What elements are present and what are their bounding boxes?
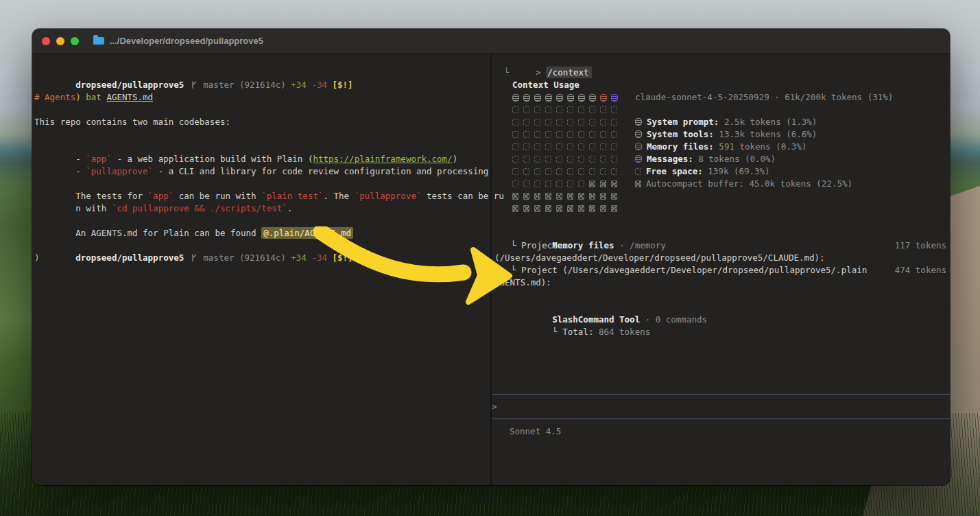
token-cell-f — [611, 156, 617, 163]
folder-icon — [93, 37, 104, 45]
command-name: bat — [86, 92, 106, 102]
token-cell-u — [523, 94, 530, 102]
token-cell-f — [512, 143, 518, 150]
token-cell-x — [611, 193, 617, 200]
token-cell-x — [512, 193, 518, 200]
memory-file-path-cont: AGENTS.md): — [494, 277, 946, 289]
grid-cells-row-5 — [512, 156, 623, 163]
git-flags: [$!] — [332, 253, 352, 263]
token-cell-x — [556, 205, 562, 212]
token-cell-x — [523, 205, 529, 212]
context-grid-row: Messages: 8 tokens (0.0%) — [494, 153, 946, 165]
agents-note: An AGENTS.md for Plain can be found @.pl… — [34, 215, 490, 227]
token-cell-x — [567, 205, 573, 212]
token-cell-f — [534, 106, 540, 113]
token-cell-x — [611, 180, 617, 187]
token-cell-f — [600, 168, 606, 175]
token-cell-f — [567, 156, 573, 163]
token-cell-x — [589, 180, 595, 187]
token-cell-f — [545, 180, 551, 187]
intro-text: This repo contains two main codebases: — [34, 116, 490, 128]
grid-cells-row-9 — [512, 205, 623, 212]
token-cell-f — [567, 106, 573, 113]
token-cell-f — [589, 119, 595, 126]
token-cell-f — [567, 131, 573, 138]
legend-free-space: Free space: 139k (69.3%) — [635, 165, 770, 178]
inline-code: `pullapprove` — [355, 191, 422, 201]
token-count: 474 tokens — [895, 264, 946, 277]
token-cell-u — [589, 94, 596, 102]
token-cell-x — [600, 193, 606, 200]
token-cell-f — [556, 180, 562, 187]
token-cell-u — [567, 94, 574, 102]
token-cell-f — [534, 156, 540, 163]
token-cell-f — [589, 106, 595, 113]
token-cell-f — [523, 143, 529, 150]
token-cell-x — [512, 205, 518, 212]
terminal-pane-left[interactable]: dropseed/pullapprove5 master (921614c) +… — [32, 54, 490, 485]
token-cell-m — [600, 94, 607, 102]
token-cell-f — [600, 106, 606, 113]
token-cell-f — [523, 180, 529, 187]
chat-input[interactable]: > — [492, 395, 950, 419]
shell-prompt-line: dropseed/pullapprove5 master (921614c) +… — [34, 67, 490, 79]
free-space-block-icon — [635, 168, 641, 175]
token-cell-f — [534, 119, 540, 126]
grid-cells-row-0 — [512, 94, 623, 102]
grid-cells-row-7 — [512, 180, 623, 187]
plain-framework-link[interactable]: https://plainframework.com/ — [313, 154, 452, 164]
token-cell-f — [556, 131, 562, 138]
grid-cells-row-8 — [512, 193, 623, 200]
terminal-pane-right[interactable]: > /context └ Context Usage claude-sonnet… — [490, 54, 950, 485]
minimize-button[interactable] — [56, 37, 64, 45]
context-grid-row — [494, 202, 946, 215]
token-cell-x — [578, 205, 584, 212]
token-cell-f — [578, 143, 584, 150]
zoom-button[interactable] — [71, 37, 79, 45]
token-cell-x — [589, 205, 595, 212]
token-cell-x — [600, 180, 606, 187]
token-cell-x — [556, 193, 562, 200]
input-area: > Sonnet 4.5 — [492, 394, 950, 438]
token-cell-x — [534, 205, 540, 212]
token-cell-u — [578, 94, 585, 102]
grid-cells-row-1 — [512, 106, 623, 113]
memory-files-block-icon — [635, 143, 642, 150]
token-cell-f — [578, 119, 584, 126]
context-command-line: > /context — [494, 54, 946, 67]
context-grid-row — [494, 190, 946, 202]
token-cell-f — [567, 143, 573, 150]
token-cell-f — [600, 156, 606, 163]
memory-file-path: (/Users/davegaeddert/Developer/dropseed/… — [494, 252, 946, 264]
token-cell-f — [512, 106, 518, 113]
git-flags: [$!] — [332, 80, 352, 90]
token-cell-x — [567, 193, 573, 200]
token-cell-f — [600, 143, 606, 150]
token-cell-f — [578, 131, 584, 138]
token-cell-f — [556, 168, 562, 175]
command-arg: AGENTS.md — [106, 92, 153, 102]
token-cell-p — [611, 94, 618, 102]
context-grid-row: claude-sonnet-4-5-20250929 · 61k/200k to… — [494, 91, 946, 104]
prompt-repo: dropseed/pullapprove5 — [75, 80, 184, 90]
grid-cells-row-6 — [512, 168, 623, 175]
context-grid-row: Memory files: 591 tokens (0.3%) — [494, 141, 946, 153]
token-cell-u — [534, 94, 541, 102]
token-cell-f — [523, 156, 529, 163]
token-cell-f — [556, 119, 562, 126]
token-cell-u — [545, 94, 552, 102]
close-button[interactable] — [42, 37, 50, 45]
token-cell-x — [600, 205, 606, 212]
inline-code: `pullapprove` — [86, 166, 153, 176]
messages-block-icon — [635, 155, 642, 163]
git-status: master (921614c) — [198, 253, 291, 263]
git-removed: -34 — [311, 80, 332, 90]
memory-files-header: Memory files · /memory — [511, 227, 946, 239]
git-removed: -34 — [311, 253, 332, 263]
legend-messages: Messages: 8 tokens (0.0%) — [635, 153, 776, 165]
token-cell-x — [523, 193, 529, 200]
autocompact-block-icon — [635, 180, 641, 187]
token-cell-f — [611, 143, 617, 150]
token-cell-f — [578, 106, 584, 113]
token-cell-f — [556, 143, 562, 150]
